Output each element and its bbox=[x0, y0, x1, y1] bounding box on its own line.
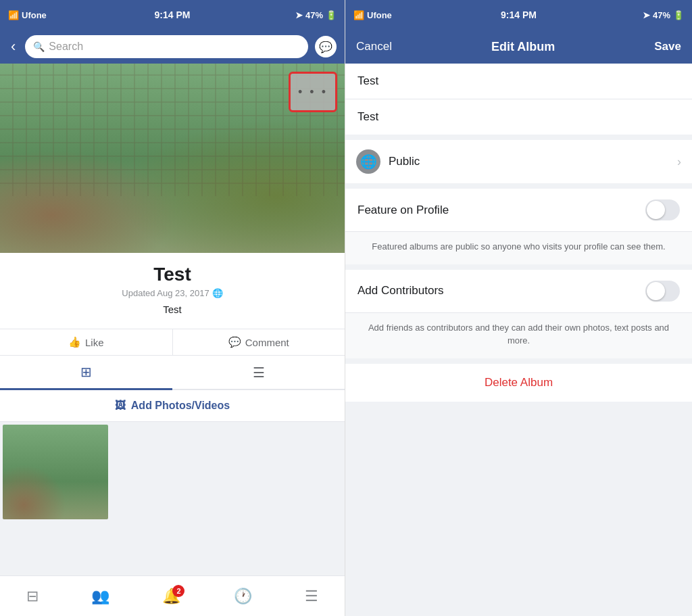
signal-icon-left: 📶 bbox=[8, 10, 19, 20]
comment-icon: 💬 bbox=[228, 336, 241, 348]
globe-icon: 🌐 bbox=[356, 149, 380, 174]
carrier-right: Ufone bbox=[367, 10, 392, 20]
nav-activity-button[interactable]: 🕐 bbox=[234, 588, 252, 605]
battery-icon-right: 🔋 bbox=[673, 10, 684, 20]
battery-icon-left: 🔋 bbox=[326, 10, 337, 20]
nav-bar-right: Cancel Edit Album Save bbox=[345, 30, 692, 64]
nav-home-button[interactable]: ⊟ bbox=[26, 588, 39, 605]
add-photos-label: Add Photos/Videos bbox=[131, 400, 230, 412]
feature-on-profile-info: Featured albums are public so anyone who… bbox=[345, 232, 692, 264]
album-description-input[interactable] bbox=[345, 99, 692, 135]
carrier-left: Ufone bbox=[22, 10, 47, 20]
thumbnail-area bbox=[0, 422, 345, 575]
thumbnail-image[interactable] bbox=[3, 425, 108, 519]
album-updated: Updated Aug 23, 2017 bbox=[122, 288, 209, 298]
toggle-knob-feature bbox=[647, 201, 665, 219]
globe-icon-small: 🌐 bbox=[212, 288, 223, 298]
chevron-right-icon: › bbox=[677, 155, 681, 169]
like-icon: 👍 bbox=[68, 336, 81, 348]
privacy-label: Public bbox=[389, 155, 677, 168]
location-icon-left: ➤ bbox=[295, 10, 303, 20]
nav-menu-button[interactable]: ☰ bbox=[305, 588, 318, 605]
search-placeholder: Search bbox=[49, 41, 83, 53]
view-toggles: ⊞ ☰ bbox=[0, 356, 345, 390]
add-photos-icon: 🖼 bbox=[115, 400, 126, 412]
add-photos-button[interactable]: 🖼 Add Photos/Videos bbox=[0, 390, 345, 422]
battery-left: 47% bbox=[305, 10, 323, 20]
album-meta: Updated Aug 23, 2017 🌐 bbox=[122, 288, 222, 298]
messenger-button[interactable]: 💬 bbox=[315, 36, 337, 57]
comment-label: Comment bbox=[245, 337, 289, 348]
search-box[interactable]: 🔍 Search bbox=[25, 35, 308, 58]
menu-icon: ☰ bbox=[305, 588, 318, 605]
action-buttons: 👍 Like 💬 Comment bbox=[0, 329, 345, 356]
add-contributors-info: Add friends as contributors and they can… bbox=[345, 313, 692, 358]
location-icon-right: ➤ bbox=[643, 10, 650, 20]
home-icon: ⊟ bbox=[26, 588, 39, 605]
search-icon: 🔍 bbox=[33, 41, 45, 52]
friends-icon: 👥 bbox=[91, 588, 109, 605]
add-contributors-row: Add Contributors bbox=[345, 270, 692, 313]
messenger-icon: 💬 bbox=[319, 41, 332, 53]
privacy-section[interactable]: 🌐 Public › bbox=[345, 140, 692, 183]
time-right: 9:14 PM bbox=[501, 9, 537, 20]
save-button[interactable]: Save bbox=[654, 40, 681, 53]
more-dots: • • • bbox=[298, 85, 328, 99]
album-name-input[interactable] bbox=[345, 64, 692, 99]
cancel-button[interactable]: Cancel bbox=[356, 40, 392, 53]
grid-view-button[interactable]: ⊞ bbox=[0, 356, 172, 390]
right-panel: 📶 Ufone 9:14 PM ➤ 47% 🔋 Cancel Edit Albu… bbox=[345, 0, 692, 616]
status-carrier-right: 📶 Ufone bbox=[353, 10, 392, 20]
right-content: 🌐 Public › Feature on Profile Featured a… bbox=[345, 64, 692, 616]
like-label: Like bbox=[85, 337, 104, 348]
add-contributors-section: Add Contributors Add friends as contribu… bbox=[345, 270, 692, 358]
back-button[interactable]: ‹ bbox=[8, 35, 18, 58]
edit-album-title: Edit Album bbox=[491, 40, 555, 54]
feature-on-profile-label: Feature on Profile bbox=[357, 204, 645, 217]
activity-icon: 🕐 bbox=[234, 588, 252, 605]
notification-badge: 2 bbox=[172, 585, 184, 597]
comment-button[interactable]: 💬 Comment bbox=[173, 329, 345, 355]
left-panel: 📶 Ufone 9:14 PM ➤ 47% 🔋 ‹ 🔍 Search 💬 • •… bbox=[0, 0, 345, 616]
thumbnail-background bbox=[3, 425, 108, 519]
album-title: Test bbox=[153, 264, 191, 285]
nav-bar-left: ‹ 🔍 Search 💬 bbox=[0, 30, 345, 64]
nav-friends-button[interactable]: 👥 bbox=[91, 588, 109, 605]
status-bar-right: 📶 Ufone 9:14 PM ➤ 47% 🔋 bbox=[345, 0, 692, 30]
feature-on-profile-row: Feature on Profile bbox=[345, 189, 692, 232]
nav-notifications-button[interactable]: 🔔 2 bbox=[162, 588, 180, 605]
battery-right: 47% bbox=[653, 10, 670, 20]
list-icon: ☰ bbox=[253, 364, 265, 381]
status-bar-left: 📶 Ufone 9:14 PM ➤ 47% 🔋 bbox=[0, 0, 345, 30]
like-button[interactable]: 👍 Like bbox=[0, 329, 173, 355]
toggle-knob-contributors bbox=[647, 282, 665, 300]
add-contributors-label: Add Contributors bbox=[357, 284, 645, 298]
more-menu-box[interactable]: • • • bbox=[289, 72, 337, 112]
add-contributors-toggle[interactable] bbox=[645, 281, 680, 302]
bottom-nav-left: ⊟ 👥 🔔 2 🕐 ☰ bbox=[0, 575, 345, 616]
delete-album-label: Delete Album bbox=[485, 376, 553, 389]
feature-on-profile-toggle[interactable] bbox=[645, 199, 680, 220]
album-name-section bbox=[345, 64, 692, 135]
hero-image: • • • bbox=[0, 64, 345, 253]
list-view-button[interactable]: ☰ bbox=[172, 356, 345, 389]
status-right-left: ➤ 47% 🔋 bbox=[295, 10, 337, 20]
status-carrier-left: 📶 Ufone bbox=[8, 10, 47, 20]
time-left: 9:14 PM bbox=[155, 9, 191, 20]
album-description: Test bbox=[163, 304, 182, 315]
grid-icon: ⊞ bbox=[80, 364, 92, 380]
signal-icon-right: 📶 bbox=[353, 10, 364, 20]
album-info: Test Updated Aug 23, 2017 🌐 Test bbox=[0, 253, 345, 329]
delete-album-section[interactable]: Delete Album bbox=[345, 364, 692, 402]
status-right-right: ➤ 47% 🔋 bbox=[643, 10, 684, 20]
feature-on-profile-section: Feature on Profile Featured albums are p… bbox=[345, 189, 692, 264]
